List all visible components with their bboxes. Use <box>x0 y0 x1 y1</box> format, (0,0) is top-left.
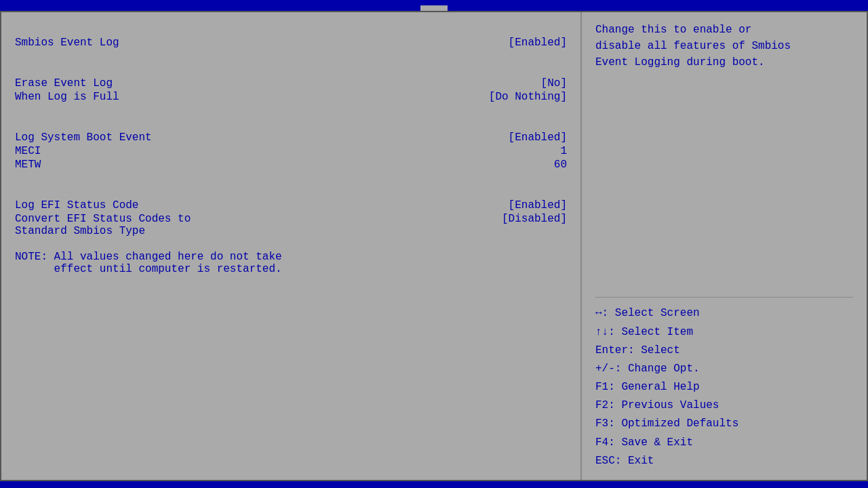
setting-label: Smbios Event Log <box>15 37 119 49</box>
setting-value: 60 <box>554 159 567 171</box>
help-text: Change this to enable or disable all fea… <box>595 22 853 290</box>
setting-row: Log EFI Status Code[Enabled] <box>15 199 567 211</box>
setting-value: [Enabled] <box>509 199 567 211</box>
setting-label: Erase Event Log <box>15 77 113 89</box>
tab-bar <box>0 5 868 11</box>
shortcut-item: ↑↓: Select Item <box>595 323 853 342</box>
section-header-2: Smbios Event Log Standard Settings <box>15 117 567 129</box>
setting-value: [No] <box>541 77 567 89</box>
setting-label: METW <box>15 159 41 171</box>
tab-event-logs[interactable] <box>420 5 448 11</box>
setting-value: [Enabled] <box>509 131 567 144</box>
left-panel: Enabling/Disabling OptionsSmbios Event L… <box>1 12 582 480</box>
shortcut-item: Enter: Select <box>595 342 853 360</box>
section-header-3: Custom Options <box>15 184 567 197</box>
divider <box>595 297 853 298</box>
setting-row: Smbios Event Log[Enabled] <box>15 37 567 49</box>
setting-row: MECI1 <box>15 145 567 157</box>
shortcut-item: +/-: Change Opt. <box>595 360 853 378</box>
right-panel: Change this to enable or disable all fea… <box>582 12 867 480</box>
setting-row: METW60 <box>15 159 567 171</box>
shortcuts: ↔: Select Screen↑↓: Select ItemEnter: Se… <box>595 304 853 470</box>
setting-row: Convert EFI Status Codes to Standard Smb… <box>15 213 567 239</box>
setting-row: When Log is Full[Do Nothing] <box>15 91 567 103</box>
shortcut-item: F2: Previous Values <box>595 396 853 415</box>
setting-label: When Log is Full <box>15 91 119 103</box>
shortcut-item: F4: Save & Exit <box>595 434 853 452</box>
setting-row: Log System Boot Event[Enabled] <box>15 131 567 144</box>
setting-label: Log EFI Status Code <box>15 199 138 211</box>
setting-value: [Do Nothing] <box>489 91 567 103</box>
setting-label: Log System Boot Event <box>15 131 152 144</box>
shortcut-item: ESC: Exit <box>595 452 853 470</box>
shortcut-item: F1: General Help <box>595 378 853 396</box>
section-header-1: Erasing Settings <box>15 62 567 75</box>
shortcut-item: ↔: Select Screen <box>595 304 853 323</box>
section-header-0: Enabling/Disabling Options <box>15 22 567 34</box>
note-text: NOTE: All values changed here do not tak… <box>15 251 567 275</box>
shortcut-item: F3: Optimized Defaults <box>595 415 853 433</box>
main-content: Enabling/Disabling OptionsSmbios Event L… <box>0 11 868 481</box>
setting-row: Erase Event Log[No] <box>15 77 567 89</box>
setting-label: MECI <box>15 145 41 157</box>
setting-label: Convert EFI Status Codes to Standard Smb… <box>15 213 191 237</box>
setting-value: [Disabled] <box>502 213 567 239</box>
title-bar <box>0 0 868 5</box>
setting-value: [Enabled] <box>509 37 567 49</box>
footer <box>0 481 868 488</box>
setting-value: 1 <box>560 145 567 157</box>
